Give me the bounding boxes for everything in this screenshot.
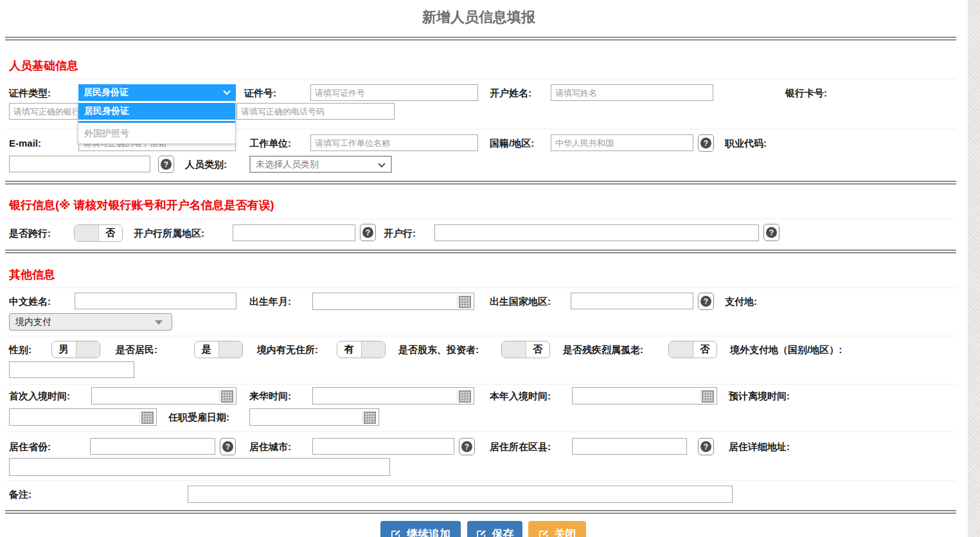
calendar-icon[interactable] [141, 412, 154, 424]
account-name-label: 开户姓名: [490, 87, 531, 100]
address-label: 居住详细地址: [729, 441, 790, 453]
birth-country-input[interactable] [571, 293, 693, 309]
employer-input[interactable] [310, 134, 478, 151]
edit-icon [391, 529, 402, 537]
nationality-help-button[interactable]: ? [698, 134, 714, 152]
calendar-icon[interactable] [364, 412, 376, 424]
id-type-option-foreign-passport[interactable]: 外国护照号 [78, 125, 235, 142]
section-divider [5, 181, 956, 185]
pay-place-label: 支付地: [725, 296, 757, 308]
section-divider [5, 510, 956, 514]
continue-add-button[interactable]: 继续追加 [380, 521, 461, 537]
toggle-value: 否 [99, 225, 123, 241]
continue-add-button-label: 继续追加 [407, 527, 450, 537]
divider [457, 390, 458, 402]
first-entry-date-input[interactable] [91, 387, 236, 405]
toggle-value: 男 [52, 341, 76, 358]
edit-icon [539, 529, 549, 537]
email-label: E-mail: [9, 138, 41, 149]
toggle-knob [75, 225, 99, 241]
occupation-input[interactable] [9, 156, 150, 172]
question-icon: ? [461, 441, 472, 452]
birth-date-input[interactable] [312, 293, 474, 310]
edit-icon [476, 529, 487, 537]
divider [139, 411, 140, 423]
overseas-pay-label: 境外支付地（国别/地区）: [730, 344, 842, 356]
departure-label: 预计离境时间: [729, 390, 790, 403]
bank-name-help-button[interactable]: ? [763, 224, 780, 241]
row-divider [5, 480, 956, 481]
birth-date-label: 出生年月: [249, 296, 291, 308]
is-resident-toggle[interactable]: 是 [194, 341, 243, 358]
gender-toggle[interactable]: 男 [51, 341, 100, 358]
bank-region-input[interactable] [233, 224, 355, 241]
has-domicile-toggle[interactable]: 有 [337, 341, 386, 358]
id-type-label: 证件类型: [9, 87, 51, 100]
chinese-name-input[interactable] [75, 293, 236, 309]
remark-input[interactable] [188, 486, 733, 503]
divider [700, 390, 700, 402]
close-button[interactable]: 关闭 [528, 521, 586, 537]
calendar-icon[interactable] [221, 390, 233, 403]
is-disabled-family-toggle[interactable]: 否 [668, 341, 717, 358]
other-info-heading: 其他信息 [9, 267, 55, 282]
bank-card-label: 银行卡号: [785, 87, 827, 100]
toggle-value: 是 [195, 341, 218, 358]
toggle-value: 有 [337, 341, 361, 358]
address-input[interactable] [9, 458, 390, 476]
province-input[interactable] [90, 438, 215, 455]
chevron-down-icon [222, 88, 231, 97]
occupation-help-button[interactable]: ? [158, 156, 174, 173]
divider [219, 390, 220, 402]
employment-date-input[interactable] [249, 408, 379, 426]
nationality-input[interactable] [551, 134, 693, 151]
id-number-label: 证件号: [244, 87, 276, 100]
row-divider [5, 78, 956, 79]
id-type-option-resident-id[interactable]: 居民身份证 [78, 103, 235, 120]
pay-place-selected-value: 境内支付 [15, 316, 51, 328]
person-type-select[interactable]: 未选择人员类别 [249, 156, 392, 173]
city-help-button[interactable]: ? [459, 438, 475, 455]
year-entry-date-input[interactable] [572, 387, 717, 405]
departure-date-input[interactable] [9, 408, 157, 426]
toggle-value: 否 [693, 341, 717, 358]
question-icon: ? [362, 227, 373, 238]
id-type-selected-value: 居民身份证 [84, 87, 129, 98]
is-disabled-family-label: 是否残疾烈属孤老: [563, 344, 643, 356]
account-name-input[interactable] [551, 84, 713, 101]
basic-info-heading: 人员基础信息 [9, 58, 78, 73]
id-number-input[interactable] [310, 84, 478, 101]
county-input[interactable] [572, 438, 687, 455]
is-shareholder-toggle[interactable]: 否 [501, 341, 550, 358]
occupation-label: 职业代码: [725, 138, 767, 150]
page-background-strip [968, 0, 980, 537]
save-button[interactable]: 保存 [467, 521, 522, 537]
calendar-icon[interactable] [459, 390, 471, 403]
province-help-button[interactable]: ? [220, 438, 236, 455]
bank-name-input[interactable] [434, 224, 759, 241]
id-type-select[interactable]: 居民身份证 [78, 84, 236, 101]
phone-input[interactable] [236, 103, 395, 120]
employer-label: 工作单位: [249, 138, 291, 150]
save-button-label: 保存 [492, 527, 514, 537]
calendar-icon[interactable] [459, 296, 471, 308]
birth-country-help-button[interactable]: ? [698, 293, 714, 310]
row-divider [5, 287, 956, 288]
toggle-value: 否 [526, 341, 550, 358]
arrival-date-input[interactable] [312, 387, 474, 405]
question-icon: ? [766, 227, 777, 238]
person-type-selected-value: 未选择人员类别 [256, 159, 319, 170]
calendar-icon[interactable] [702, 390, 714, 403]
row-divider [5, 384, 956, 385]
overseas-pay-input[interactable] [9, 361, 134, 378]
cross-bank-toggle[interactable]: 否 [74, 224, 123, 242]
gender-label: 性别: [9, 344, 31, 356]
section-divider [5, 37, 956, 41]
pay-place-select[interactable]: 境内支付 [9, 313, 172, 331]
county-help-button[interactable]: ? [698, 438, 714, 455]
toggle-knob [218, 341, 243, 358]
city-input[interactable] [312, 438, 454, 455]
toggle-knob [76, 341, 100, 358]
form-page: 新增人员信息填报 人员基础信息 证件类型: 居民身份证 证件号: 开户姓名: 银… [0, 0, 980, 537]
bank-region-help-button[interactable]: ? [360, 224, 376, 241]
